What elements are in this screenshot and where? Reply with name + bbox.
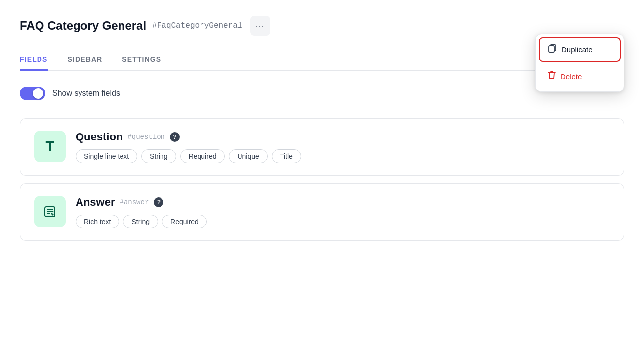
field-info-question: Question #question ? Single line text St… <box>76 131 610 163</box>
duplicate-label: Duplicate <box>562 45 593 54</box>
field-info-answer: Answer #answer ? Rich text String Requir… <box>76 196 610 228</box>
field-slug-answer: #answer <box>120 198 149 206</box>
three-dots-button[interactable]: ··· <box>250 16 270 36</box>
three-dots-icon: ··· <box>256 21 265 31</box>
system-fields-toggle[interactable] <box>20 87 45 100</box>
dropdown-menu: Duplicate Delete <box>535 34 624 92</box>
field-card-question: T Question #question ? Single line text … <box>20 118 624 176</box>
tag-required-answer: Required <box>162 215 207 228</box>
dropdown-delete-item[interactable]: Delete <box>539 64 621 89</box>
fields-list: T Question #question ? Single line text … <box>20 118 624 241</box>
field-icon-answer <box>34 196 66 227</box>
page-title: FAQ Category General <box>20 19 146 33</box>
duplicate-icon <box>548 44 557 55</box>
field-icon-question: T <box>34 131 66 162</box>
toggle-thumb <box>33 88 43 99</box>
toggle-label: Show system fields <box>52 89 120 98</box>
tab-sidebar[interactable]: SIDEBAR <box>68 49 103 71</box>
field-slug-question: #question <box>127 133 165 141</box>
tag-string: String <box>141 149 176 163</box>
tab-bar: FIELDS SIDEBAR SETTINGS <box>20 49 624 71</box>
field-name-answer: Answer <box>76 196 115 209</box>
richtext-svg-icon <box>43 205 57 219</box>
dropdown-duplicate-item[interactable]: Duplicate <box>539 37 621 62</box>
field-name-row-question: Question #question ? <box>76 131 610 143</box>
delete-icon <box>548 71 556 82</box>
help-icon-answer[interactable]: ? <box>154 197 163 207</box>
tag-rich-text: Rich text <box>76 215 119 228</box>
field-name-question: Question <box>76 131 122 143</box>
tab-settings[interactable]: SETTINGS <box>122 49 161 71</box>
page-slug: #FaqCategoryGeneral <box>152 21 242 30</box>
tag-required: Required <box>180 149 225 163</box>
svg-rect-5 <box>549 46 554 52</box>
field-tags-answer: Rich text String Required <box>76 215 610 228</box>
tag-unique: Unique <box>229 149 267 163</box>
field-card-answer: Answer #answer ? Rich text String Requir… <box>20 183 624 241</box>
field-tags-question: Single line text String Required Unique … <box>76 149 610 163</box>
help-icon-question[interactable]: ? <box>170 132 180 142</box>
show-system-fields-row: Show system fields <box>20 87 624 100</box>
tag-single-line-text: Single line text <box>76 149 137 163</box>
tag-title: Title <box>272 149 301 163</box>
tab-fields[interactable]: FIELDS <box>20 49 48 71</box>
page-header: FAQ Category General #FaqCategoryGeneral… <box>20 16 624 36</box>
delete-label: Delete <box>561 72 582 81</box>
tag-string-answer: String <box>123 215 158 228</box>
field-name-row-answer: Answer #answer ? <box>76 196 610 209</box>
